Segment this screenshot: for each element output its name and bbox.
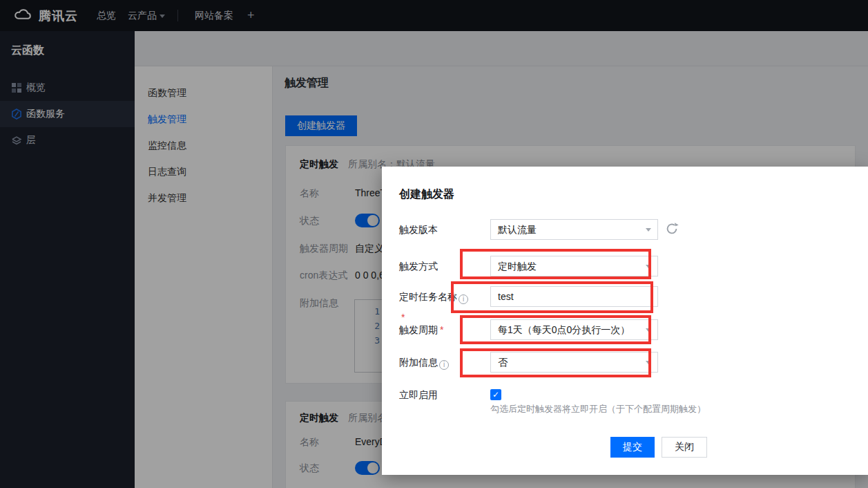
- info-icon: i: [459, 294, 468, 304]
- close-button[interactable]: 关闭: [662, 437, 707, 458]
- refresh-icon[interactable]: [664, 221, 681, 238]
- row-trigger-version: 触发版本 默认流量: [399, 219, 848, 240]
- chevron-down-icon: [646, 228, 651, 232]
- trigger-version-label: 触发版本: [399, 219, 473, 240]
- chevron-down-icon: [646, 361, 651, 364]
- dialog-title: 创建触发器: [399, 187, 454, 202]
- trigger-method-select[interactable]: 定时触发: [490, 256, 658, 276]
- submit-button[interactable]: 提交: [610, 437, 655, 458]
- row-trigger-method: 触发方式 定时触发: [399, 256, 848, 276]
- check-icon: ✓: [492, 390, 499, 400]
- enable-now-checkbox[interactable]: ✓: [490, 389, 501, 400]
- chevron-down-icon: [646, 265, 651, 268]
- row-enable-now: 立即启用 ✓: [399, 384, 848, 405]
- trigger-method-value: 定时触发: [498, 261, 537, 272]
- chevron-down-icon: [646, 328, 651, 332]
- extra-info-select[interactable]: 否: [490, 352, 658, 373]
- create-trigger-dialog: 创建触发器 触发版本 默认流量 触发方式 定时触发 定时任务名称i* 触发周期*: [382, 167, 868, 475]
- dialog-buttons: 提交 关闭: [382, 437, 868, 458]
- app-root: 腾讯云 总览 云产品 网站备案 + 云函数 概览 函数服务 层: [0, 0, 868, 488]
- task-name-input[interactable]: [490, 286, 658, 307]
- extra-info-label: 附加信息i: [399, 352, 473, 373]
- trigger-cycle-value: 每1天（每天0点0分执行一次）: [498, 324, 630, 335]
- row-task-name: 定时任务名称i*: [399, 286, 848, 307]
- row-trigger-cycle: 触发周期* 每1天（每天0点0分执行一次）: [399, 319, 848, 340]
- trigger-version-value: 默认流量: [498, 224, 537, 235]
- required-asterisk: *: [440, 324, 443, 335]
- trigger-method-label: 触发方式: [399, 256, 473, 276]
- extra-info-value: 否: [498, 357, 508, 368]
- enable-helper-text: 勾选后定时触发器将立即开启（于下个配置周期触发）: [490, 403, 706, 415]
- row-extra-info: 附加信息i 否: [399, 352, 848, 373]
- trigger-version-select[interactable]: 默认流量: [490, 219, 658, 240]
- trigger-cycle-select[interactable]: 每1天（每天0点0分执行一次）: [490, 319, 658, 340]
- info-icon: i: [439, 360, 449, 370]
- enable-now-label: 立即启用: [399, 384, 473, 405]
- trigger-cycle-label: 触发周期*: [399, 319, 473, 340]
